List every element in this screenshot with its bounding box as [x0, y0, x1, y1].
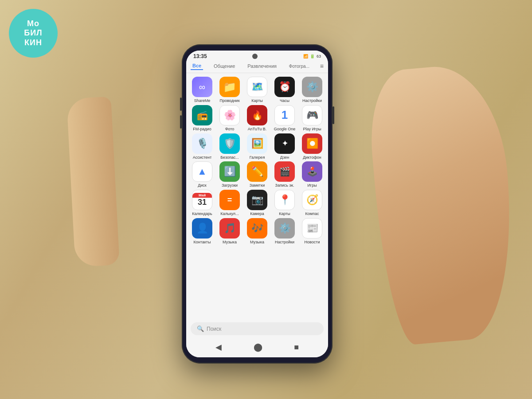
app-icon-security: 🛡️	[219, 133, 240, 154]
app-music1[interactable]: 🎵 Музыка	[217, 218, 243, 245]
app-label-news: Новости	[305, 240, 320, 245]
app-files[interactable]: 📁 Проводник	[217, 77, 243, 103]
app-icon-downloads: ⬇️	[219, 161, 240, 182]
signal-icon: 📶	[303, 54, 308, 59]
app-news[interactable]: 📰 Новости	[299, 218, 325, 245]
app-icon-settings2: ⚙️	[274, 218, 295, 239]
app-shareme[interactable]: ∞ ShareMe	[189, 77, 215, 103]
app-compass[interactable]: 🧭 Компас	[299, 190, 325, 216]
app-icon-maps2: 📍	[274, 190, 295, 210]
app-security[interactable]: 🛡️ Безопас...	[217, 133, 243, 160]
app-antutu[interactable]: 🔥 AnTuTu B.	[244, 105, 270, 132]
app-label-files: Проводник	[219, 98, 239, 103]
app-label-games: Игры	[307, 183, 317, 188]
app-maps2[interactable]: 📍 Карты	[272, 190, 297, 216]
bottom-nav: ◀ ⬤ ■	[186, 338, 328, 357]
app-icon-screenrecord: 🎬	[274, 161, 295, 182]
volume-up-button	[180, 98, 182, 111]
app-label-clock: Часы	[280, 98, 289, 103]
app-playgames[interactable]: 🎮 Play Игры	[299, 105, 325, 132]
app-label-fmradio: FM-радио	[193, 127, 211, 132]
app-settings2[interactable]: ⚙️ Настройки	[272, 218, 297, 245]
logo-text: Мо БИЛ КИН	[24, 19, 43, 48]
app-icon-shareme: ∞	[192, 77, 212, 97]
app-icon-gallery: 🖼️	[247, 133, 267, 154]
battery-icon: 🔋	[310, 54, 315, 59]
app-label-shareme: ShareMe	[194, 98, 211, 103]
app-camera[interactable]: 📷 Камера	[244, 190, 270, 216]
app-label-maps: Карты	[251, 98, 263, 103]
app-icon-settings: ⚙️	[302, 77, 322, 97]
app-label-gallery: Галерея	[250, 155, 265, 160]
app-music2[interactable]: 🎶 Музыка	[244, 218, 270, 245]
app-label-downloads: Загрузки	[222, 183, 238, 188]
tab-photo[interactable]: Фотогра...	[287, 63, 311, 70]
phone-screen: 13:35 📶 🔋 63 Все Общение Развлечения Фот…	[186, 51, 328, 357]
search-bar[interactable]: 🔍 Поиск	[191, 322, 324, 335]
app-label-calendar: Календарь	[192, 211, 212, 216]
app-dzen[interactable]: ✦ Дзен	[272, 133, 297, 160]
app-label-settings: Настройки	[302, 98, 322, 103]
app-calendar[interactable]: Май 31 Календарь	[189, 190, 215, 216]
tab-social[interactable]: Общение	[212, 63, 237, 70]
app-googleone[interactable]: 1 Google One	[272, 105, 297, 132]
app-row-5: Май 31 Календарь = Калькул... 📷 Камера	[189, 190, 325, 216]
status-icons: 📶 🔋 63	[303, 54, 321, 59]
app-icon-music1: 🎵	[219, 218, 240, 239]
app-icon-news: 📰	[302, 218, 322, 239]
app-drive[interactable]: ▲ Диск	[189, 161, 215, 188]
app-fmradio[interactable]: 📻 FM-радио	[189, 105, 215, 132]
app-row-6: 👤 Контакты 🎵 Музыка 🎶 Музыка ⚙️ Настройк…	[189, 218, 325, 245]
app-icon-clock: ⏰	[274, 77, 295, 97]
status-bar: 13:35 📶 🔋 63	[186, 51, 328, 60]
app-clock[interactable]: ⏰ Часы	[272, 77, 297, 103]
app-icon-camera: 📷	[247, 190, 267, 210]
app-grid: ∞ ShareMe 📁 Проводник 🗺️ Карты ⏰ Часы	[186, 73, 328, 321]
back-button[interactable]: ◀	[212, 341, 225, 353]
left-hand	[66, 97, 120, 267]
app-recorder[interactable]: ⏺️ Диктофон	[299, 133, 325, 160]
app-icon-calculator: =	[219, 190, 240, 210]
app-label-security: Безопас...	[220, 155, 239, 160]
app-calculator[interactable]: = Калькул...	[217, 190, 243, 216]
status-time: 13:35	[193, 53, 207, 59]
app-downloads[interactable]: ⬇️ Загрузки	[217, 161, 243, 188]
recents-button[interactable]: ■	[290, 342, 302, 353]
app-label-drive: Диск	[198, 183, 207, 188]
tab-entertainment[interactable]: Развлечения	[246, 63, 278, 70]
app-row-3: 🎙️ Ассистент 🛡️ Безопас... 🖼️ Галерея ✦ …	[189, 133, 325, 160]
right-hand	[365, 61, 522, 347]
tab-all[interactable]: Все	[191, 62, 203, 70]
app-screenrecord[interactable]: 🎬 Запись эк.	[272, 161, 297, 188]
app-icon-games: 🕹️	[302, 161, 322, 182]
front-camera	[252, 54, 258, 59]
app-label-photos: Фото	[225, 127, 235, 132]
app-icon-notes: ✏️	[247, 161, 267, 182]
app-label-screenrecord: Запись эк.	[275, 183, 294, 188]
tab-menu-icon[interactable]: ≡	[320, 63, 324, 70]
app-contacts[interactable]: 👤 Контакты	[189, 218, 215, 245]
app-label-camera: Камера	[250, 211, 264, 216]
app-label-googleone: Google One	[274, 127, 296, 132]
app-maps[interactable]: 🗺️ Карты	[244, 77, 270, 103]
app-notes[interactable]: ✏️ Заметки	[244, 161, 270, 188]
app-settings[interactable]: ⚙️ Настройки	[299, 77, 325, 103]
app-icon-files: 📁	[219, 77, 240, 97]
app-gallery[interactable]: 🖼️ Галерея	[244, 133, 270, 160]
app-icon-compass: 🧭	[302, 190, 322, 210]
app-row-1: ∞ ShareMe 📁 Проводник 🗺️ Карты ⏰ Часы	[189, 77, 325, 103]
category-tabs: Все Общение Развлечения Фотогра... ≡	[186, 60, 328, 73]
app-label-music2: Музыка	[250, 240, 264, 245]
volume-down-button	[180, 115, 182, 129]
app-icon-maps: 🗺️	[247, 77, 267, 97]
app-label-settings2: Настройки	[275, 240, 294, 245]
app-assistant[interactable]: 🎙️ Ассистент	[189, 133, 215, 160]
power-button	[332, 106, 334, 124]
app-icon-calendar: Май 31	[192, 190, 212, 210]
app-label-compass: Компас	[305, 211, 319, 216]
app-icon-antutu: 🔥	[247, 105, 267, 125]
home-button[interactable]: ⬤	[250, 341, 266, 353]
app-icon-assistant: 🎙️	[192, 133, 212, 154]
app-games[interactable]: 🕹️ Игры	[299, 161, 325, 188]
app-photos[interactable]: 🌸 Фото	[217, 105, 243, 132]
